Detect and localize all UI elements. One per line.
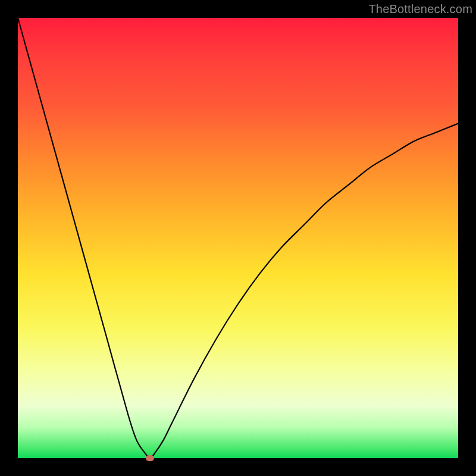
chart-frame: TheBottleneck.com	[0, 0, 476, 476]
bottleneck-curve	[18, 18, 458, 458]
watermark-text: TheBottleneck.com	[368, 2, 472, 16]
curve-svg	[18, 18, 458, 458]
minimum-marker	[146, 455, 154, 461]
plot-area	[18, 18, 458, 458]
